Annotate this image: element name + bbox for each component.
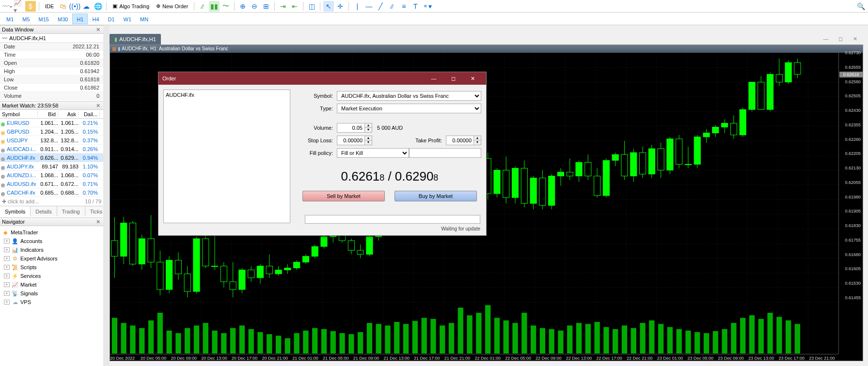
volume-label: Volume:: [298, 125, 337, 131]
autoscroll-icon[interactable]: ⇥: [278, 1, 288, 12]
tf-H4[interactable]: H4: [88, 14, 103, 24]
comment-input[interactable]: [409, 148, 481, 158]
fibo-icon[interactable]: ≡: [398, 1, 409, 12]
nav-item[interactable]: +📈Market: [0, 280, 103, 289]
globe-icon[interactable]: 🌐: [93, 1, 103, 12]
chart-maximize-icon[interactable]: ◻: [834, 34, 847, 43]
market-watch-row[interactable]: GBPUSD1.204...1.205...0.15%: [0, 127, 103, 136]
order-titlebar[interactable]: Order — ◻ ✕: [158, 72, 486, 85]
zoom-out-icon[interactable]: ⊖: [249, 1, 260, 12]
market-watch-row[interactable]: AUDCHF.ifx0.626...0.629...0.94%: [0, 153, 103, 162]
time-axis[interactable]: 20 Dec 202220 Dec 05:0020 Dec 09:0020 De…: [110, 354, 838, 361]
svg-rect-129: [503, 170, 509, 198]
tf-M1[interactable]: M1: [2, 14, 18, 24]
splitter[interactable]: [103, 25, 110, 366]
cursor-icon[interactable]: ↖: [323, 1, 334, 12]
nav-item[interactable]: +📊Indicators: [0, 245, 103, 254]
line-icon[interactable]: 〜: [221, 1, 231, 12]
sell-button[interactable]: Sell by Market: [302, 191, 385, 201]
crosshair-icon[interactable]: ✛: [335, 1, 346, 12]
mw-tab-details[interactable]: Details: [31, 206, 57, 216]
nav-item[interactable]: +⚡Services: [0, 272, 103, 280]
bars-icon[interactable]: ⫽: [197, 1, 208, 12]
market-watch-add[interactable]: ✚ click to add... 10 / 79: [0, 197, 103, 206]
nav-item[interactable]: +👤Accounts: [0, 237, 103, 245]
svg-rect-131: [512, 168, 518, 198]
tf-H1[interactable]: H1: [72, 14, 88, 24]
tf-M5[interactable]: M5: [18, 14, 34, 24]
search-icon[interactable]: 🔍: [855, 1, 866, 12]
volume-up[interactable]: ▲: [365, 123, 372, 128]
chartshift-icon[interactable]: ⇤: [289, 1, 300, 12]
nav-root[interactable]: ◆MetaTrader: [0, 228, 103, 237]
hline-icon[interactable]: —: [363, 1, 374, 12]
marketplace-icon[interactable]: 🛍: [58, 1, 68, 12]
mw-tab-trading[interactable]: Trading: [57, 206, 85, 216]
candles-icon[interactable]: ▮▮: [209, 1, 220, 12]
market-watch-row[interactable]: EURUSD1.061...1.061...0.21%: [0, 119, 103, 127]
tf-M30[interactable]: M30: [53, 14, 72, 24]
fill-select[interactable]: Fill or Kill Comment:: [337, 148, 409, 158]
symbol-select[interactable]: AUDCHF.ifx, Australian Dollar vs Swiss F…: [337, 91, 481, 101]
tp-down[interactable]: ▼: [474, 140, 481, 145]
type-select[interactable]: Market Execution: [337, 104, 481, 113]
tp-input[interactable]: [446, 136, 474, 145]
market-watch-close-icon[interactable]: ✕: [95, 103, 101, 109]
text-icon[interactable]: T: [410, 1, 421, 12]
svg-rect-191: [785, 62, 791, 82]
chart-type-dropdown[interactable]: 〰▾: [2, 1, 13, 12]
nav-item[interactable]: +📡Signals: [0, 289, 103, 298]
market-watch-row[interactable]: CADCHF.ifx0.685...0.688...0.70%: [0, 188, 103, 197]
volume-input[interactable]: [337, 123, 365, 133]
sl-input[interactable]: [337, 136, 365, 145]
chart-close-icon[interactable]: ✕: [848, 34, 862, 43]
tp-up[interactable]: ▲: [474, 136, 481, 140]
vline-icon[interactable]: |: [352, 1, 363, 12]
market-watch-row[interactable]: USDJPY132.8...132.8...0.37%: [0, 136, 103, 145]
nav-item[interactable]: +📜Scripts: [0, 263, 103, 272]
trendline-icon[interactable]: ╱: [375, 1, 386, 12]
signals-icon[interactable]: ((•)): [69, 1, 80, 12]
market-watch-row[interactable]: AUDJPY.ifx89.14789.1831.10%: [0, 162, 103, 171]
tf-MN[interactable]: MN: [136, 14, 153, 24]
chart-tab[interactable]: ▮ AUDCHF.ifx,H1: [110, 34, 161, 45]
buy-button[interactable]: Buy by Market: [395, 191, 477, 201]
chart-inner-title: ▦ ▮ AUDCHF.ifx, H1: Australian Dollar vs…: [110, 45, 863, 53]
object-list-icon[interactable]: ◫: [306, 1, 317, 12]
tf-W1[interactable]: W1: [119, 14, 136, 24]
new-order-button[interactable]: ⊕New Order: [153, 1, 191, 12]
market-watch-row[interactable]: AUDUSD.ifx0.671...0.672...0.71%: [0, 180, 103, 188]
shapes-dropdown[interactable]: ⚬▾: [422, 1, 432, 12]
algo-trading-button[interactable]: ▣Algo Trading: [110, 1, 152, 12]
data-row: Close0.61862: [0, 84, 103, 92]
navigator-close-icon[interactable]: ✕: [95, 219, 101, 225]
zoom-in-icon[interactable]: ⊕: [237, 1, 248, 12]
sl-down[interactable]: ▼: [365, 140, 372, 145]
tp-label: Take Profit:: [372, 137, 446, 143]
ide-button[interactable]: IDE: [42, 1, 57, 12]
market-watch-row[interactable]: AUDNZD.i...1.068...1.068...0.07%: [0, 171, 103, 180]
chart-style-dropdown[interactable]: 📈▾: [14, 1, 24, 12]
data-window-close-icon[interactable]: ✕: [95, 27, 101, 33]
data-row: Open0.61820: [0, 59, 103, 67]
dollar-icon[interactable]: $: [25, 1, 36, 12]
nav-item[interactable]: +☁VPS: [0, 298, 103, 306]
order-maximize-icon[interactable]: ◻: [443, 72, 463, 85]
grid-icon[interactable]: ⊞: [261, 1, 271, 12]
tf-D1[interactable]: D1: [104, 14, 119, 24]
market-watch-row[interactable]: AUDCAD.i...0.911...0.914...0.26%: [0, 145, 103, 153]
mw-tab-symbols[interactable]: Symbols: [0, 206, 31, 216]
nav-item[interactable]: +⚙Expert Advisors: [0, 254, 103, 263]
vps-icon[interactable]: ☁: [81, 1, 92, 12]
order-close-icon[interactable]: ✕: [463, 72, 482, 85]
volume-down[interactable]: ▼: [365, 128, 372, 132]
price-axis[interactable]: 0.627300.626550.625800.625050.624300.623…: [838, 53, 863, 354]
svg-rect-145: [576, 162, 582, 176]
data-window-symbol[interactable]: 〰 AUDCHF.ifx,H1: [0, 34, 103, 43]
order-minimize-icon[interactable]: —: [424, 72, 443, 85]
sl-up[interactable]: ▲: [365, 136, 372, 140]
chart-minimize-icon[interactable]: —: [819, 34, 833, 43]
svg-rect-153: [612, 154, 618, 160]
tf-M15[interactable]: M15: [34, 14, 53, 24]
channel-icon[interactable]: ⫽: [387, 1, 397, 12]
